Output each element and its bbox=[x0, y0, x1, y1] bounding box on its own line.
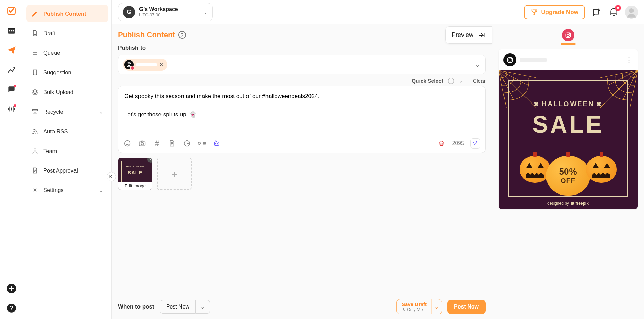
svg-rect-4 bbox=[11, 30, 12, 31]
sidebar-item-post-approval[interactable]: Post Approval bbox=[26, 162, 108, 179]
save-draft-button[interactable]: Save Draft Only Me ⌄ bbox=[396, 299, 442, 314]
thumb-sale: SALE bbox=[118, 169, 152, 175]
profile-avatar[interactable] bbox=[625, 6, 638, 19]
quick-select-button[interactable]: Quick Select bbox=[412, 78, 443, 84]
check-file-icon bbox=[31, 167, 39, 174]
chat-icon[interactable] bbox=[5, 83, 18, 95]
hashtag-icon[interactable] bbox=[153, 139, 162, 148]
svg-point-18 bbox=[125, 141, 130, 146]
emoji-icon[interactable] bbox=[123, 139, 132, 148]
workspace-avatar: G bbox=[123, 6, 135, 18]
secondary-sidebar: Publish Content Draft Queue Suggestion B… bbox=[23, 0, 112, 319]
preview-card: ⋮ ✖HALLOWEEN✖ SALE 50%OFF bbox=[499, 49, 638, 209]
workspace-selector[interactable]: G G's Workspace UTC-07:00 ⌄ bbox=[118, 3, 213, 21]
chevron-down-icon[interactable]: ⌄ bbox=[431, 299, 442, 314]
account-avatar bbox=[124, 60, 134, 69]
upgrade-button[interactable]: Upgrade Now bbox=[524, 5, 585, 19]
post-textarea[interactable] bbox=[118, 86, 485, 134]
save-draft-label: Save Draft bbox=[402, 301, 427, 307]
sidebar-item-auto-rss[interactable]: Auto RSS bbox=[26, 122, 108, 140]
freepik-logo-icon bbox=[570, 201, 574, 205]
chevron-down-icon: ⌄ bbox=[475, 61, 480, 69]
sidebar-label: Suggestion bbox=[43, 69, 71, 76]
account-chip: ✕ bbox=[123, 59, 167, 71]
svg-point-11 bbox=[34, 149, 36, 151]
publish-to-selector[interactable]: ✕ ⌄ bbox=[118, 55, 486, 74]
analytics-icon[interactable] bbox=[5, 64, 18, 76]
file-icon bbox=[31, 29, 39, 37]
help-tooltip-icon[interactable]: ? bbox=[178, 31, 186, 39]
sidebar-label: Publish Content bbox=[43, 10, 86, 17]
preview-toggle-button[interactable]: Preview bbox=[445, 26, 492, 44]
sidebar-label: Recycle bbox=[43, 109, 63, 115]
svg-point-32 bbox=[511, 58, 512, 59]
svg-rect-9 bbox=[33, 109, 38, 111]
instagram-tab[interactable] bbox=[562, 29, 574, 41]
instagram-icon bbox=[565, 32, 572, 39]
camera-icon[interactable] bbox=[138, 139, 147, 148]
trash-icon[interactable] bbox=[437, 139, 446, 148]
audio-icon[interactable] bbox=[5, 103, 18, 115]
composer-footer: When to post Post Now ⌄ Save Draft Only … bbox=[118, 293, 486, 319]
account-name-redacted bbox=[136, 63, 157, 66]
publish-icon[interactable] bbox=[5, 44, 18, 56]
sidebar-item-team[interactable]: Team bbox=[26, 142, 108, 160]
icon-rail: ? bbox=[0, 0, 23, 319]
schedule-value: Post Now bbox=[160, 300, 196, 314]
post-now-button[interactable]: Post Now bbox=[447, 300, 486, 314]
schedule-select[interactable]: Post Now ⌄ bbox=[160, 300, 210, 314]
archive-icon bbox=[31, 108, 39, 115]
info-icon[interactable]: i bbox=[448, 78, 454, 84]
instagram-mini-badge bbox=[130, 66, 135, 70]
collapse-sidebar-button[interactable] bbox=[107, 172, 116, 181]
remove-account-button[interactable]: ✕ bbox=[159, 62, 164, 68]
sidebar-item-publish-content[interactable]: Publish Content bbox=[26, 5, 108, 22]
svg-point-26 bbox=[403, 309, 404, 310]
user-icon bbox=[31, 147, 39, 155]
rss-icon bbox=[31, 128, 39, 135]
add-icon[interactable] bbox=[5, 282, 18, 295]
pencil-icon bbox=[31, 10, 39, 17]
layers-icon bbox=[31, 88, 39, 96]
sidebar-label: Settings bbox=[43, 187, 64, 193]
svg-point-14 bbox=[629, 8, 634, 13]
bookmark-icon bbox=[31, 69, 39, 76]
plugin-icon[interactable] bbox=[197, 139, 206, 148]
sidebar-label: Auto RSS bbox=[43, 128, 68, 135]
clear-button[interactable]: Clear bbox=[473, 78, 486, 84]
calendar-icon[interactable] bbox=[5, 24, 18, 37]
add-media-button[interactable]: ＋ bbox=[157, 158, 192, 190]
template-icon[interactable] bbox=[168, 139, 176, 148]
editor-card: 2095 bbox=[118, 86, 486, 153]
sidebar-label: Bulk Upload bbox=[43, 89, 73, 95]
help-icon[interactable]: ? bbox=[5, 302, 18, 314]
ai-robot-icon[interactable] bbox=[212, 139, 221, 148]
chat-badge-dot bbox=[14, 85, 16, 87]
preview-panel: ⋮ ✖HALLOWEEN✖ SALE 50%OFF bbox=[492, 24, 644, 319]
svg-point-12 bbox=[34, 189, 36, 191]
sidebar-item-suggestion[interactable]: Suggestion bbox=[26, 64, 108, 81]
svg-point-16 bbox=[128, 64, 130, 66]
logo-icon[interactable] bbox=[5, 5, 18, 17]
magic-wand-icon[interactable] bbox=[470, 138, 480, 149]
sidebar-item-settings[interactable]: Settings ⌄ bbox=[26, 181, 108, 199]
chart-pie-icon[interactable] bbox=[183, 139, 191, 148]
compose-note-icon[interactable] bbox=[590, 6, 603, 19]
media-thumbnail[interactable]: ✕ HALLOWEEN SALE Edit Image bbox=[118, 158, 152, 190]
workspace-timezone: UTC-07:00 bbox=[139, 13, 178, 18]
chevron-down-icon[interactable]: ⌄ bbox=[196, 300, 210, 314]
more-dots-icon[interactable]: ⋮ bbox=[625, 55, 633, 64]
notifications-icon[interactable]: 8 bbox=[607, 6, 620, 19]
sidebar-label: Team bbox=[43, 148, 57, 154]
sidebar-item-bulk-upload[interactable]: Bulk Upload bbox=[26, 83, 108, 101]
chevron-down-icon[interactable]: ⌄ bbox=[459, 78, 463, 84]
sidebar-item-draft[interactable]: Draft bbox=[26, 24, 108, 42]
svg-point-29 bbox=[569, 33, 570, 34]
sidebar-item-recycle[interactable]: Recycle ⌄ bbox=[26, 103, 108, 120]
trophy-icon bbox=[531, 9, 538, 16]
thumb-halloween: HALLOWEEN bbox=[118, 165, 152, 168]
sidebar-item-queue[interactable]: Queue bbox=[26, 44, 108, 62]
topbar: G G's Workspace UTC-07:00 ⌄ Upgrade Now … bbox=[112, 0, 644, 24]
svg-point-20 bbox=[141, 142, 143, 145]
svg-point-33 bbox=[571, 202, 574, 205]
